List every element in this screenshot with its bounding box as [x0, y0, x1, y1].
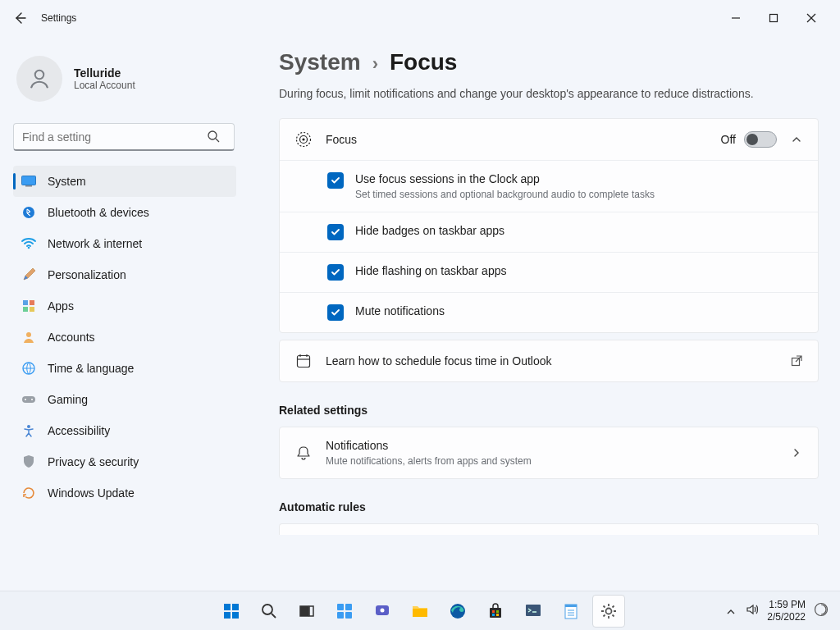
task-view[interactable] — [290, 595, 323, 628]
breadcrumb-root[interactable]: System — [279, 49, 361, 75]
apps-icon — [21, 299, 36, 313]
breadcrumb: System › Focus — [279, 49, 819, 75]
tray-time: 1:59 PM — [767, 599, 806, 610]
focus-header-row[interactable]: Focus Off — [280, 119, 818, 160]
svg-point-20 — [27, 425, 30, 428]
sidebar-item-bluetooth[interactable]: Bluetooth & devices — [13, 197, 236, 228]
accessibility-icon — [21, 423, 36, 438]
automatic-heading: Automatic rules — [279, 500, 819, 514]
file-explorer[interactable] — [404, 595, 436, 628]
option-label: Hide badges on taskbar apps — [355, 224, 504, 237]
notification-center[interactable] — [814, 602, 829, 620]
notifications-title: Notifications — [326, 439, 532, 452]
globe-icon — [21, 361, 36, 376]
focus-option-clock[interactable]: Use focus sessions in the Clock app Set … — [280, 160, 818, 212]
svg-rect-47 — [496, 610, 499, 613]
toggle-switch[interactable] — [744, 131, 777, 148]
checkbox[interactable] — [327, 224, 344, 240]
chevron-up-icon — [726, 607, 736, 617]
edge[interactable] — [441, 595, 474, 628]
back-button[interactable] — [10, 8, 30, 28]
search-input[interactable] — [13, 123, 235, 151]
sidebar-item-label: Bluetooth & devices — [48, 206, 149, 219]
learn-outlook-card[interactable]: Learn how to schedule focus time in Outl… — [279, 340, 819, 382]
related-heading: Related settings — [279, 404, 819, 417]
svg-rect-52 — [565, 605, 577, 607]
widgets-icon — [336, 602, 354, 620]
sidebar-item-label: System — [48, 175, 86, 188]
account-name: Telluride — [74, 66, 135, 80]
svg-point-10 — [28, 247, 30, 249]
svg-line-6 — [216, 139, 219, 142]
tray-overflow[interactable] — [726, 605, 737, 617]
sidebar-item-network[interactable]: Network & internet — [13, 228, 236, 259]
nav-list: System Bluetooth & devices Network & int… — [13, 166, 236, 509]
account-block[interactable]: Telluride Local Account — [13, 49, 236, 108]
sidebar-item-label: Privacy & security — [48, 455, 139, 468]
minimize-icon — [731, 13, 741, 23]
minimize-button[interactable] — [717, 0, 755, 36]
sidebar-item-label: Time & language — [48, 362, 134, 375]
expand-toggle[interactable] — [790, 133, 803, 146]
option-sublabel: Set timed sessions and optional backgrou… — [355, 189, 655, 200]
checkbox[interactable] — [327, 264, 344, 281]
notifications-card[interactable]: Notifications Mute notifications, alerts… — [279, 427, 819, 479]
wifi-icon — [21, 236, 36, 251]
sidebar-item-apps[interactable]: Apps — [13, 290, 236, 322]
notepad[interactable] — [555, 595, 587, 628]
volume-icon[interactable] — [746, 603, 759, 619]
svg-line-34 — [272, 614, 276, 618]
svg-rect-11 — [23, 300, 28, 305]
sidebar-item-accessibility[interactable]: Accessibility — [13, 415, 236, 446]
clock[interactable]: 1:59 PM 2/5/2022 — [767, 599, 806, 623]
close-button[interactable] — [792, 0, 830, 36]
focus-option-flashing[interactable]: Hide flashing on taskbar apps — [280, 252, 818, 292]
sidebar-item-privacy[interactable]: Privacy & security — [13, 446, 236, 477]
calendar-icon — [294, 352, 313, 370]
windows-icon — [222, 602, 240, 620]
start-button[interactable] — [215, 595, 248, 628]
sidebar-item-time-language[interactable]: Time & language — [13, 353, 236, 384]
svg-rect-50 — [526, 605, 541, 616]
svg-point-15 — [26, 332, 31, 337]
maximize-button[interactable] — [755, 0, 792, 36]
sidebar-item-label: Accessibility — [48, 424, 110, 437]
person-icon — [27, 66, 52, 91]
svg-rect-37 — [337, 604, 344, 610]
widgets[interactable] — [328, 595, 361, 628]
sidebar-item-gaming[interactable]: Gaming — [13, 384, 236, 415]
taskbar-search[interactable] — [253, 595, 285, 628]
sidebar-item-accounts[interactable]: Accounts — [13, 322, 236, 353]
svg-rect-39 — [337, 612, 344, 619]
chevron-up-icon — [791, 134, 802, 145]
checkbox[interactable] — [327, 304, 344, 321]
main-content: System › Focus During focus, limit notif… — [246, 36, 840, 591]
focus-toggle[interactable]: Off — [721, 131, 777, 148]
titlebar: Settings — [0, 0, 840, 36]
avatar — [16, 56, 62, 102]
svg-rect-36 — [309, 606, 313, 616]
gaming-icon — [21, 392, 36, 407]
settings-app[interactable] — [592, 595, 625, 628]
svg-rect-43 — [413, 609, 427, 617]
focus-title: Focus — [326, 133, 357, 146]
focus-option-mute[interactable]: Mute notifications — [280, 292, 818, 332]
gear-icon — [600, 602, 618, 620]
sidebar-item-personalization[interactable]: Personalization — [13, 259, 236, 290]
taskbar-center — [215, 595, 625, 628]
sidebar-item-windows-update[interactable]: Windows Update — [13, 477, 236, 509]
notifications-sub: Mute notifications, alerts from apps and… — [326, 455, 532, 467]
svg-rect-8 — [25, 185, 32, 187]
focus-icon — [294, 130, 313, 148]
focus-option-badges[interactable]: Hide badges on taskbar apps — [280, 212, 818, 252]
sidebar-item-label: Accounts — [48, 331, 95, 344]
close-icon — [806, 13, 816, 23]
open-external-icon — [790, 354, 803, 368]
store[interactable] — [479, 595, 512, 628]
sidebar-item-system[interactable]: System — [13, 166, 236, 197]
terminal[interactable] — [517, 595, 550, 628]
chat[interactable] — [366, 595, 399, 628]
svg-point-57 — [815, 603, 828, 615]
svg-rect-14 — [30, 307, 34, 312]
checkbox[interactable] — [327, 172, 344, 189]
